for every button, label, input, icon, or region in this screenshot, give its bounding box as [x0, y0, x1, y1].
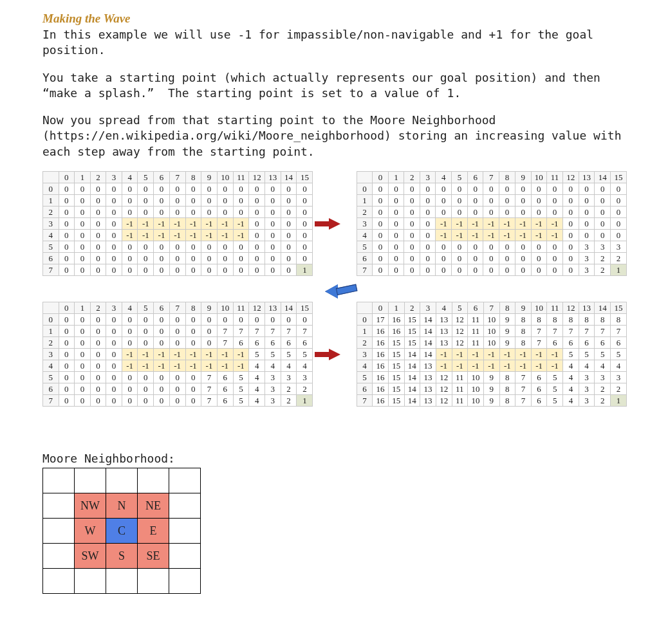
col-header: 3 — [420, 172, 436, 183]
grid-cell: 2 — [595, 253, 611, 264]
grid-cell: 6 — [531, 395, 547, 407]
grid-cell: 0 — [90, 207, 106, 218]
grid-cell: 0 — [75, 195, 91, 207]
grid-cell: 0 — [265, 253, 281, 264]
grid-cell: 4 — [249, 360, 265, 372]
grid-cell: 0 — [562, 241, 579, 253]
grid-cell: 0 — [201, 314, 218, 326]
grid-cell: -1 — [185, 349, 201, 360]
grid-cell: 14 — [404, 395, 420, 407]
grid-cell: 0 — [297, 253, 313, 264]
grid-cell: 13 — [436, 314, 452, 326]
grid-cell: 14 — [420, 314, 436, 326]
grid-cell: -1 — [217, 360, 233, 372]
grid-cell: 6 — [531, 383, 547, 395]
grid-cell: 0 — [467, 264, 483, 276]
col-header: 4 — [436, 302, 452, 314]
moore-ne: NE — [138, 493, 169, 519]
grid-cell: 0 — [265, 195, 281, 207]
grid-cell: 0 — [138, 326, 154, 337]
grid-cell: 0 — [59, 195, 75, 207]
grid-cell: 15 — [388, 349, 404, 360]
grid-cell: 0 — [154, 326, 170, 337]
grid-cell: 15 — [404, 314, 420, 326]
grid-cell: 0 — [90, 337, 106, 349]
grid-cell: 0 — [106, 195, 122, 207]
col-header: 15 — [297, 302, 313, 314]
grid-cell: 0 — [185, 314, 201, 326]
moore-heading: Moore Neighborhood: — [42, 452, 627, 465]
grid-cell: 0 — [154, 395, 170, 407]
grid-cell: 0 — [201, 241, 218, 253]
grid-cell: 0 — [388, 253, 404, 264]
grid-cell: 8 — [499, 395, 515, 407]
grid-cell: -1 — [154, 230, 170, 241]
grid-cell: -1 — [531, 230, 547, 241]
grid-cell: 3 — [297, 372, 313, 383]
grid-cell: 0 — [90, 395, 106, 407]
grid-cell: -1 — [233, 230, 249, 241]
grid-cell: 0 — [547, 183, 563, 195]
moore-nw: NW — [75, 493, 106, 519]
grid-cell: 0 — [122, 195, 138, 207]
grid-cell: -1 — [515, 349, 532, 360]
moore-empty — [43, 493, 75, 519]
grid-cell: 0 — [281, 241, 297, 253]
grid-cell: 0 — [217, 253, 233, 264]
grid-cell: 0 — [217, 264, 233, 276]
grid-cell: 0 — [595, 195, 611, 207]
grid-cell: 0 — [59, 349, 75, 360]
grid-cell: 16 — [373, 360, 389, 372]
grid-cell: 0 — [106, 253, 122, 264]
col-header: 3 — [106, 172, 122, 183]
grid-cell: 0 — [515, 195, 531, 207]
grid-cell: 9 — [499, 314, 515, 326]
grid-cell: 12 — [436, 395, 452, 407]
grid-cell: 7 — [265, 326, 281, 337]
grid-cell: -1 — [452, 230, 468, 241]
grid-cell: 0 — [217, 183, 233, 195]
grid-cell: 0 — [90, 183, 106, 195]
grid-cell: -1 — [467, 218, 483, 230]
grid-cell: 0 — [217, 241, 233, 253]
grid-cell: 17 — [373, 314, 389, 326]
grid-cell: 0 — [579, 183, 595, 195]
grid-cell: 0 — [59, 360, 75, 372]
grid-cell: 8 — [579, 314, 595, 326]
col-header: 7 — [169, 302, 185, 314]
grid-cell: 0 — [154, 383, 170, 395]
grid-cell: 11 — [452, 383, 468, 395]
grid-cell: 8 — [595, 314, 611, 326]
grid-cell: 0 — [201, 337, 218, 349]
grid-cell: 0 — [531, 241, 547, 253]
grid-cell: 0 — [531, 253, 547, 264]
grid-cell: 5 — [281, 349, 297, 360]
grid-cell: -1 — [185, 218, 201, 230]
grid-cell: 3 — [595, 372, 611, 383]
grid-cell: 0 — [154, 372, 170, 383]
grid-cell: -1 — [201, 360, 218, 372]
grid-cell: 0 — [169, 383, 185, 395]
col-header: 6 — [154, 302, 170, 314]
grid-cell: 0 — [373, 230, 389, 241]
grid-corner — [43, 302, 59, 314]
row-header: 4 — [357, 360, 373, 372]
grid-cell: 0 — [201, 253, 218, 264]
col-header: 12 — [249, 172, 265, 183]
grid-cell: 0 — [467, 241, 483, 253]
grid-cell: 0 — [452, 241, 468, 253]
grid-cell: 5 — [297, 349, 313, 360]
grid-cell: 6 — [249, 337, 265, 349]
arrow-red-right-1 — [318, 218, 351, 230]
col-header: 14 — [281, 172, 297, 183]
grid-cell: 0 — [185, 372, 201, 383]
grid-cell: 7 — [515, 395, 532, 407]
grid-cell: 8 — [531, 314, 547, 326]
grid-cell: 0 — [138, 241, 154, 253]
col-header: 0 — [59, 172, 75, 183]
grid-cell: 0 — [373, 218, 389, 230]
grid-cell: -1 — [499, 360, 515, 372]
grid-cell: 0 — [515, 183, 531, 195]
grid-cell: 5 — [595, 349, 611, 360]
grid-cell: 2 — [611, 253, 627, 264]
